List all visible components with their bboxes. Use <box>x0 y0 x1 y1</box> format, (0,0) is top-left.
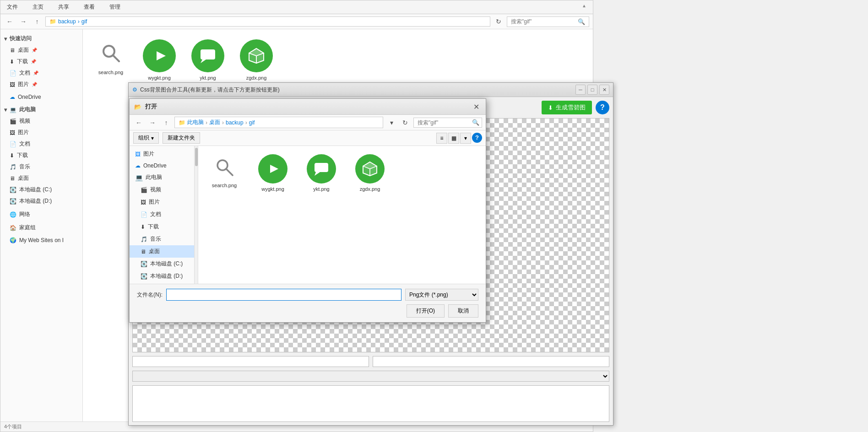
css-tool-close-button[interactable]: ✕ <box>599 85 609 95</box>
open-dialog: 📂 打开 ✕ ← → ↑ 📁 此电脑 › 桌面 › backup › gif ▾… <box>129 98 486 323</box>
dialog-sidebar-drive-c[interactable]: 💽 本地磁盘 (C:) <box>130 258 198 270</box>
filename-label: 文件名(N): <box>137 291 163 299</box>
dialog-sidebar-label-desktop: 桌面 <box>149 248 160 255</box>
sidebar-music-icon: 🎵 <box>141 236 147 243</box>
dialog-sidebar-docs[interactable]: 📄 文档 <box>130 208 198 221</box>
organize-button[interactable]: 组织 ▾ <box>133 132 159 144</box>
ribbon-tab-file[interactable]: 文件 <box>4 2 21 12</box>
file-item-wygkt[interactable]: wygkt.png <box>139 37 180 83</box>
dialog-sidebar-drive-d[interactable]: 💽 本地磁盘 (D:) <box>130 270 198 282</box>
refresh-button[interactable]: ↻ <box>493 16 504 27</box>
dialog-up-button[interactable]: ↑ <box>161 117 172 128</box>
ribbon-tab-home[interactable]: 主页 <box>30 2 46 12</box>
type-select[interactable] <box>132 371 609 382</box>
addr-part-backup[interactable]: backup <box>226 119 244 126</box>
network-icon: 🌐 <box>10 211 16 218</box>
onedrive-section: ☁ OneDrive <box>0 92 82 102</box>
sidebar-item-desktop2[interactable]: 🖥 桌面 <box>0 173 82 184</box>
forward-button[interactable]: → <box>18 16 29 27</box>
this-pc-header[interactable]: ▾ 💻 此电脑 <box>0 104 82 115</box>
dialog-cancel-button[interactable]: 取消 <box>448 304 478 318</box>
ribbon-tab-view[interactable]: 查看 <box>81 2 98 12</box>
dialog-refresh-button[interactable]: ↻ <box>400 117 411 128</box>
ribbon-collapse[interactable]: ▲ <box>579 2 589 12</box>
dialog-sidebar-pictures[interactable]: 🖼 图片 <box>130 148 198 160</box>
dialog-sidebar-videos[interactable]: 🎬 视频 <box>130 184 198 196</box>
height-input[interactable] <box>373 356 609 367</box>
dialog-address-bar[interactable]: 📁 此电脑 › 桌面 › backup › gif <box>174 117 383 128</box>
address-path[interactable]: 📁 backup › gif <box>45 16 490 27</box>
dialog-file-search[interactable]: search.png <box>204 151 245 194</box>
sidebar-item-mywebsites[interactable]: 🌍 My Web Sites on I <box>0 235 82 245</box>
file-item-zgdx[interactable]: zgdx.png <box>236 37 277 83</box>
dialog-back-button[interactable]: ← <box>133 117 144 128</box>
desktop-icon: 🖥 <box>10 47 15 54</box>
sidebar-item-pictures[interactable]: 🖼 图片 📌 <box>0 79 82 90</box>
dialog-file-ykt[interactable]: ykt.png <box>301 151 342 194</box>
ribbon-tab-share[interactable]: 共享 <box>55 2 72 12</box>
search-box[interactable]: 🔍 <box>507 16 589 27</box>
download-icon: ⬇ <box>10 59 14 65</box>
file-item-ykt[interactable]: ykt.png <box>187 37 228 83</box>
maximize-button[interactable]: □ <box>587 85 597 95</box>
dialog-file-wygkt[interactable]: wygkt.png <box>252 151 293 194</box>
new-folder-button[interactable]: 新建文件夹 <box>163 132 200 144</box>
sidebar-item-dl2[interactable]: ⬇ 下载 <box>0 150 82 161</box>
dialog-sidebar-label-pictures2: 图片 <box>149 198 160 206</box>
sidebar-item-drive-c[interactable]: 💽 本地磁盘 (C:) <box>0 184 82 195</box>
sidebar-item-videos[interactable]: 🎬 视频 <box>0 115 82 127</box>
dialog-sidebar-onedrive[interactable]: ☁ OneDrive <box>130 160 198 171</box>
ribbon-tab-manage[interactable]: 管理 <box>107 2 123 12</box>
dialog-sidebar-desktop[interactable]: 🖥 桌面 <box>130 245 198 258</box>
dialog-dropdown-button[interactable]: ▾ <box>386 117 397 128</box>
sidebar-item-homegroup[interactable]: 🏠 家庭组 <box>0 222 82 233</box>
dialog-help-button[interactable]: ? <box>472 133 482 143</box>
dialog-sidebar-label-docs: 文档 <box>150 211 161 218</box>
download-arrow-icon: ⬇ <box>548 104 553 111</box>
sidebar-item-docs[interactable]: 📄 文档 📌 <box>0 67 82 79</box>
view-dropdown-button[interactable]: ▾ <box>460 133 471 144</box>
up-button[interactable]: ↑ <box>32 16 43 27</box>
sidebar-item-network[interactable]: 🌐 网络 <box>0 209 82 220</box>
width-input[interactable] <box>132 356 369 367</box>
dialog-file-zgdx[interactable]: zgdx.png <box>349 151 391 194</box>
file-item-search[interactable]: search.png <box>90 37 131 83</box>
generate-sprite-button[interactable]: ⬇ 生成雪碧图 <box>542 101 592 114</box>
mywebsites-section: 🌍 My Web Sites on I <box>0 235 82 245</box>
search-input[interactable] <box>511 18 576 25</box>
address-part-1[interactable]: backup <box>58 18 76 25</box>
dialog-sidebar-pictures2[interactable]: 🖼 图片 <box>130 196 198 208</box>
sidebar-item-pictures2[interactable]: 🖼 图片 <box>0 127 82 138</box>
view-list-button[interactable]: ≡ <box>436 133 447 144</box>
dialog-sidebar-music[interactable]: 🎵 音乐 <box>130 233 198 245</box>
dialog-open-button[interactable]: 打开(O) <box>407 304 445 318</box>
sidebar-item-downloads[interactable]: ⬇ 下载 📌 <box>0 56 82 67</box>
dialog-file-label-ykt: ykt.png <box>313 186 329 192</box>
addr-part-gif[interactable]: gif <box>249 119 255 126</box>
dialog-sidebar-thispc[interactable]: 💻 此电脑 <box>130 171 198 184</box>
help-button[interactable]: ? <box>596 101 609 114</box>
sidebar-item-desktop[interactable]: 🖥 桌面 📌 <box>0 44 82 56</box>
addr-part-pc[interactable]: 此电脑 <box>187 119 204 126</box>
dialog-forward-button[interactable]: → <box>147 117 158 128</box>
dialog-search-input[interactable] <box>413 118 482 128</box>
back-button[interactable]: ← <box>4 16 15 27</box>
dialog-sidebar-downloads[interactable]: ⬇ 下载 <box>130 221 198 233</box>
code-textarea[interactable] <box>132 385 609 422</box>
dialog-file-grid: search.png wygkt.png <box>204 151 480 194</box>
sidebar-scrollbar[interactable] <box>194 146 198 284</box>
sidebar-item-docs2[interactable]: 📄 文档 <box>0 138 82 150</box>
quick-access-header[interactable]: ▾ 快速访问 <box>0 33 82 44</box>
address-part-2[interactable]: gif <box>81 18 87 25</box>
filetype-select[interactable]: Png文件 (*.png) <box>405 289 478 301</box>
sidebar-item-onedrive[interactable]: ☁ OneDrive <box>0 92 82 102</box>
view-details-button[interactable]: ▦ <box>448 133 459 144</box>
minimize-button[interactable]: ─ <box>575 85 586 95</box>
filename-input[interactable] <box>166 289 401 301</box>
addr-part-desktop[interactable]: 桌面 <box>209 119 220 126</box>
sidebar-item-drive-d[interactable]: 💽 本地磁盘 (D:) <box>0 195 82 207</box>
quick-access-section: ▾ 快速访问 🖥 桌面 📌 ⬇ 下载 📌 📄 文档 📌 <box>0 33 82 90</box>
css-tool-title: ⚙ Css背景图合并工具(有新更新，请点击下方更新按钮更新) <box>132 86 280 94</box>
sidebar-item-music[interactable]: 🎵 音乐 <box>0 161 82 173</box>
open-dialog-close-button[interactable]: ✕ <box>471 102 481 112</box>
